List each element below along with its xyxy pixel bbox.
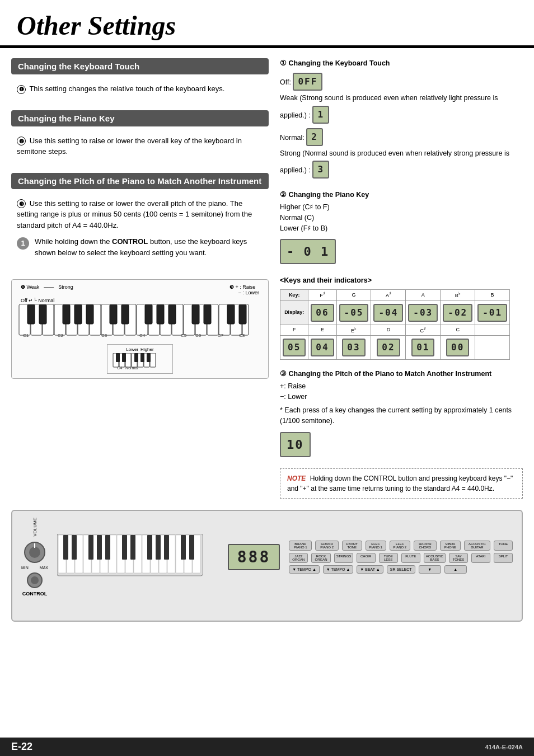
btn-hbvny[interactable]: HBVNY TONE — [342, 541, 362, 551]
right-keyboard-touch: ① Changing the Keyboard Touch Off: 0FF W… — [280, 58, 523, 181]
svg-rect-84 — [130, 535, 135, 560]
disp-02b: 02 — [371, 336, 406, 360]
volume-label: VOLUME — [32, 518, 38, 537]
svg-rect-51 — [134, 353, 138, 362]
btn-tempo-down[interactable]: ▼ TEMPO ▲ — [323, 565, 354, 574]
key-d: D — [371, 325, 406, 336]
piano-keys-bottom — [57, 534, 219, 580]
key-a: A — [406, 290, 441, 301]
svg-rect-78 — [63, 535, 68, 560]
right-column: ① Changing the Keyboard Touch Off: 0FF W… — [280, 58, 523, 499]
svg-rect-81 — [97, 535, 102, 560]
svg-rect-82 — [105, 535, 110, 560]
btn-tone[interactable]: TONE — [494, 541, 513, 551]
svg-rect-44 — [125, 353, 131, 367]
btn-harpsi[interactable]: HARPSI CHORD — [414, 541, 437, 551]
key-e: E — [308, 325, 336, 336]
off-display: 0FF — [293, 73, 322, 91]
right-touch-off: Off: 0FF — [280, 71, 523, 93]
btn-down[interactable]: ▼ — [419, 565, 441, 574]
raise-lower-indicator: ❸ + : Raise – : Lower — [229, 284, 259, 295]
control-knob — [26, 572, 43, 589]
big-lcd-display: 888 — [228, 544, 280, 570]
btn-say-tones[interactable]: SAY TONES — [449, 553, 468, 563]
svg-rect-86 — [156, 535, 161, 560]
svg-rect-23 — [74, 304, 82, 324]
svg-rect-85 — [147, 535, 152, 560]
keyboard-touch-header: Changing the Keyboard Touch — [11, 58, 269, 74]
btn-split[interactable]: SPLIT — [494, 553, 513, 563]
btn-elec-piano1[interactable]: ELEC PIANO 1 — [366, 541, 386, 551]
disp-05: -05 — [336, 300, 371, 325]
svg-rect-89 — [189, 535, 194, 560]
display-panel: 888 — [228, 544, 280, 570]
normal-display: 2 — [306, 128, 323, 146]
piano-key-section: Changing the Piano Key ❷ Use this settin… — [11, 110, 269, 163]
pitch-note: * Each press of a key changes the curren… — [280, 405, 523, 426]
pitch-section: Changing the Pitch of the Piano to Match… — [11, 173, 269, 270]
svg-rect-27 — [145, 304, 152, 324]
btn-rock-organ[interactable]: ROCK ORGAN — [311, 553, 330, 563]
btn-acoustic-guitar[interactable]: ACOUSTIC GUITAR — [464, 541, 490, 551]
disp-01b: 01 — [406, 336, 441, 360]
btn-flute[interactable]: FLUTE — [401, 553, 420, 563]
btn-elec-piano2[interactable]: ELEC PIANO 2 — [390, 541, 410, 551]
page-number-bar: E-22 414A-E-024A — [0, 738, 534, 756]
disp-04: -04 — [371, 300, 406, 325]
svg-text:C8: C8 — [239, 333, 245, 338]
page-title: Other Settings — [0, 0, 534, 47]
btn-grand-piano2[interactable]: GRAND PIANO 2 — [315, 541, 339, 551]
key-c: C — [441, 325, 475, 336]
weak-strong-indicator: ❶ Weak——Strong — [21, 284, 73, 295]
btn-atari[interactable]: ATARI — [471, 553, 490, 563]
pitch-text: Use this setting to raise or lower the o… — [17, 199, 252, 229]
svg-rect-24 — [86, 304, 93, 324]
svg-point-59 — [31, 576, 39, 584]
btn-strings[interactable]: STRINGS — [334, 553, 353, 563]
display-header: Display: — [280, 300, 308, 325]
right-touch-weak: Weak (Strong sound is produced even when… — [280, 93, 523, 126]
right-touch-strong: Strong (Normal sound is produced even wh… — [280, 148, 523, 181]
svg-rect-83 — [122, 535, 127, 560]
svg-rect-30 — [192, 304, 199, 324]
keyboard-touch-text: This setting changes the relative touch … — [29, 84, 224, 93]
key-f: F — [280, 325, 308, 336]
disp-04b: 04 — [308, 336, 336, 360]
keyboard-touch-section: Changing the Keyboard Touch ❶ This setti… — [11, 58, 269, 100]
btn-beat-up[interactable]: ▼ BEAT ▲ — [357, 565, 383, 574]
bottom-piano-svg — [57, 534, 203, 579]
right-key-higher: Higher (C♯ to F) — [280, 202, 523, 213]
svg-text:C4 : Normal: C4 : Normal — [117, 366, 138, 370]
btn-up[interactable]: ▲ — [444, 565, 467, 574]
right-pitch-title: ③ Changing the Pitch of the Piano to Mat… — [280, 369, 523, 379]
step-number: 1 — [17, 237, 29, 250]
control-area: VOLUME MINMAX CONTROL — [21, 518, 48, 597]
key-fs: F♯ — [308, 290, 336, 301]
note-text: Holding down the CONTROL button and pres… — [287, 475, 513, 492]
off-normal-indicator: Off ↵└ Normal — [16, 298, 264, 303]
button-row-2: JAZZ ORGAN ROCK ORGAN STRINGS CHOIR TUBE… — [289, 553, 513, 563]
right-touch-title: ① Changing the Keyboard Touch — [280, 58, 523, 69]
svg-rect-31 — [204, 304, 211, 324]
circled-3: ❸ — [17, 199, 26, 208]
button-row-1: BRAND PIANO 1 GRAND PIANO 2 HBVNY TONE E… — [289, 541, 513, 551]
page-number: E-22 — [11, 741, 32, 753]
right-buttons-panel: BRAND PIANO 1 GRAND PIANO 2 HBVNY TONE E… — [289, 541, 513, 574]
pitch-lower: −: Lower — [280, 392, 523, 402]
btn-acoustic-bass[interactable]: ACOUSTIC BASS — [424, 553, 446, 563]
btn-sr-select[interactable]: SR SELECT — [387, 565, 415, 574]
svg-text:C6: C6 — [195, 333, 202, 338]
disp-03: -03 — [406, 300, 441, 325]
btn-vibra[interactable]: VIBRA PHONE — [440, 541, 461, 551]
btn-choir[interactable]: CHOIR — [357, 553, 376, 563]
page-code: 414A-E-024A — [485, 744, 523, 750]
btn-brand-piano1[interactable]: BRAND PIANO 1 — [289, 541, 312, 551]
btn-tube[interactable]: TUBE LESS — [379, 553, 398, 563]
bottom-panel: VOLUME MINMAX CONTROL — [11, 510, 523, 622]
key-b: B — [475, 290, 510, 301]
btn-jazz-organ[interactable]: JAZZ ORGAN — [289, 553, 308, 563]
left-column: Changing the Keyboard Touch ❶ This setti… — [11, 58, 269, 499]
btn-tempo-up[interactable]: ▼ TEMPO ▲ — [289, 565, 320, 574]
piano-key-body: ❷ Use this setting to raise or lower the… — [11, 132, 269, 163]
right-touch-normal: Normal: 2 — [280, 126, 523, 148]
